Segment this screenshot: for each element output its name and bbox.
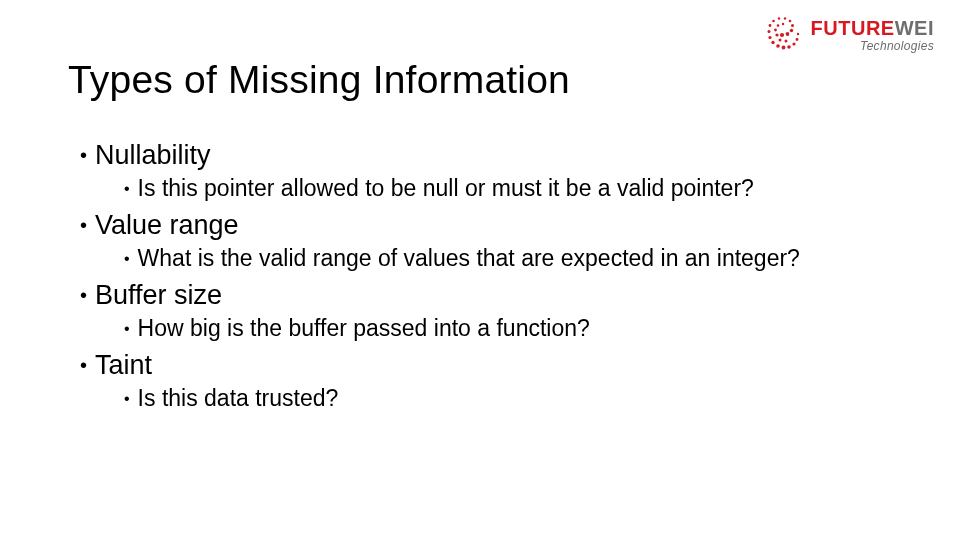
logo-wordmark: FUTUREWEI [811, 18, 934, 38]
bullet-icon: • [80, 145, 87, 165]
bullet-icon: • [124, 181, 130, 197]
svg-point-14 [787, 45, 791, 49]
svg-point-6 [777, 17, 779, 19]
bullet-icon: • [80, 285, 87, 305]
logo-swirl-icon [761, 14, 803, 56]
list-subitem-text: How big is the buffer passed into a func… [138, 315, 590, 342]
bullet-icon: • [124, 391, 130, 407]
list-item: •Taint •Is this data trusted? [80, 350, 892, 412]
company-logo: FUTUREWEI Technologies [761, 14, 934, 56]
svg-point-9 [767, 30, 770, 33]
list-subitem-text: Is this pointer allowed to be null or mu… [138, 175, 754, 202]
list-item: •Buffer size •How big is the buffer pass… [80, 280, 892, 342]
list-item-label: Taint [95, 350, 152, 381]
list-item-label: Nullability [95, 140, 211, 171]
list-item-label: Value range [95, 210, 239, 241]
svg-point-12 [776, 44, 780, 48]
svg-point-10 [768, 36, 771, 39]
svg-point-2 [789, 29, 792, 32]
list-item: •Value range •What is the valid range of… [80, 210, 892, 272]
svg-point-0 [780, 33, 784, 37]
list-item-label: Buffer size [95, 280, 222, 311]
bullet-icon: • [124, 251, 130, 267]
bullet-icon: • [80, 215, 87, 235]
svg-point-7 [772, 20, 775, 23]
list-subitem: •Is this data trusted? [124, 385, 892, 412]
logo-subline: Technologies [811, 40, 934, 52]
svg-point-13 [781, 46, 785, 50]
list-subitem-text: What is the valid range of values that a… [138, 245, 800, 272]
slide: FUTUREWEI Technologies Types of Missing … [0, 0, 960, 540]
svg-point-1 [785, 32, 789, 36]
list-subitem: •What is the valid range of values that … [124, 245, 892, 272]
svg-point-8 [768, 24, 771, 27]
logo-word-wei: WEI [895, 17, 934, 39]
svg-point-22 [778, 39, 781, 42]
svg-point-5 [783, 17, 785, 19]
bullet-icon: • [124, 321, 130, 337]
logo-word-future: FUTURE [811, 17, 895, 39]
svg-point-20 [776, 24, 779, 27]
list-subitem: •Is this pointer allowed to be null or m… [124, 175, 892, 202]
list-item: •Nullability •Is this pointer allowed to… [80, 140, 892, 202]
svg-point-3 [791, 24, 794, 27]
slide-title: Types of Missing Information [68, 58, 892, 102]
svg-point-23 [784, 40, 787, 43]
svg-point-15 [792, 42, 795, 45]
list-subitem-text: Is this data trusted? [138, 385, 339, 412]
svg-point-11 [771, 41, 774, 44]
list-subitem: •How big is the buffer passed into a fun… [124, 315, 892, 342]
svg-point-18 [775, 33, 778, 36]
content-list: •Nullability •Is this pointer allowed to… [68, 140, 892, 412]
svg-point-16 [795, 38, 798, 41]
logo-text: FUTUREWEI Technologies [811, 18, 934, 52]
svg-point-17 [796, 33, 798, 35]
svg-point-19 [774, 29, 777, 32]
bullet-icon: • [80, 355, 87, 375]
svg-point-21 [781, 23, 783, 25]
svg-point-4 [788, 20, 791, 23]
